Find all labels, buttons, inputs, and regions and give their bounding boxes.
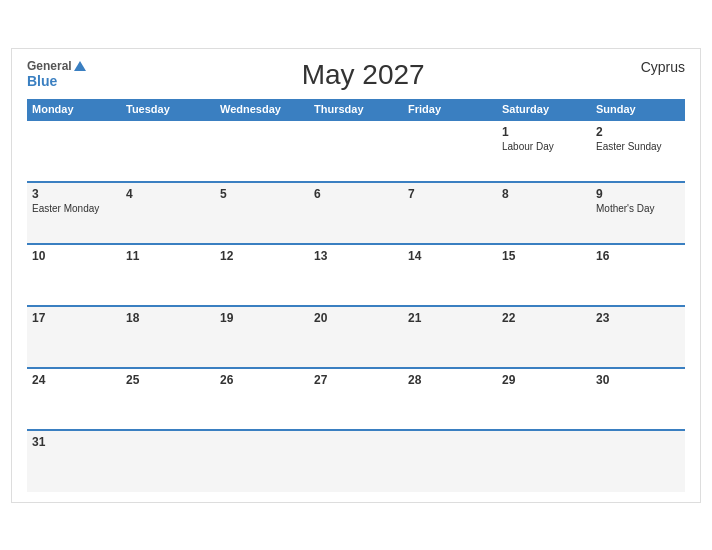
day-cell: 15	[497, 244, 591, 306]
day-cell: 1Labour Day	[497, 120, 591, 182]
day-cell	[215, 430, 309, 492]
day-number: 24	[32, 373, 116, 387]
day-cell: 16	[591, 244, 685, 306]
col-wednesday: Wednesday	[215, 99, 309, 120]
day-cell: 7	[403, 182, 497, 244]
day-cell: 24	[27, 368, 121, 430]
day-cell: 4	[121, 182, 215, 244]
day-number: 14	[408, 249, 492, 263]
week-row-6: 31	[27, 430, 685, 492]
day-cell: 25	[121, 368, 215, 430]
day-cell	[215, 120, 309, 182]
week-row-2: 3Easter Monday456789Mother's Day	[27, 182, 685, 244]
day-cell	[121, 120, 215, 182]
calendar-table: Monday Tuesday Wednesday Thursday Friday…	[27, 99, 685, 492]
week-row-5: 24252627282930	[27, 368, 685, 430]
col-friday: Friday	[403, 99, 497, 120]
day-number: 3	[32, 187, 116, 201]
day-number: 29	[502, 373, 586, 387]
day-number: 22	[502, 311, 586, 325]
day-number: 31	[32, 435, 116, 449]
day-cell: 18	[121, 306, 215, 368]
day-number: 2	[596, 125, 680, 139]
day-cell: 29	[497, 368, 591, 430]
logo-general-text: General	[27, 59, 72, 73]
day-cell	[309, 120, 403, 182]
day-number: 21	[408, 311, 492, 325]
day-cell: 11	[121, 244, 215, 306]
day-cell: 9Mother's Day	[591, 182, 685, 244]
week-row-4: 17181920212223	[27, 306, 685, 368]
day-number: 23	[596, 311, 680, 325]
day-number: 27	[314, 373, 398, 387]
day-number: 25	[126, 373, 210, 387]
day-cell	[309, 430, 403, 492]
day-cell	[497, 430, 591, 492]
day-event: Mother's Day	[596, 203, 680, 214]
day-number: 18	[126, 311, 210, 325]
day-cell: 31	[27, 430, 121, 492]
logo-triangle-icon	[74, 61, 86, 71]
day-cell: 12	[215, 244, 309, 306]
week-row-3: 10111213141516	[27, 244, 685, 306]
month-title: May 2027	[86, 59, 641, 91]
day-number: 9	[596, 187, 680, 201]
day-cell: 28	[403, 368, 497, 430]
day-cell: 26	[215, 368, 309, 430]
day-cell	[403, 430, 497, 492]
day-cell: 2Easter Sunday	[591, 120, 685, 182]
day-cell: 6	[309, 182, 403, 244]
day-event: Easter Sunday	[596, 141, 680, 152]
day-cell: 22	[497, 306, 591, 368]
day-number: 1	[502, 125, 586, 139]
day-cell: 19	[215, 306, 309, 368]
col-tuesday: Tuesday	[121, 99, 215, 120]
day-cell: 20	[309, 306, 403, 368]
day-number: 26	[220, 373, 304, 387]
logo-blue-text: Blue	[27, 73, 86, 90]
day-cell	[403, 120, 497, 182]
day-number: 8	[502, 187, 586, 201]
day-cell: 30	[591, 368, 685, 430]
day-number: 5	[220, 187, 304, 201]
country-label: Cyprus	[641, 59, 685, 75]
day-number: 7	[408, 187, 492, 201]
day-number: 12	[220, 249, 304, 263]
day-cell: 21	[403, 306, 497, 368]
day-cell: 27	[309, 368, 403, 430]
day-number: 16	[596, 249, 680, 263]
day-number: 13	[314, 249, 398, 263]
day-cell	[121, 430, 215, 492]
day-number: 4	[126, 187, 210, 201]
col-monday: Monday	[27, 99, 121, 120]
calendar-header: General Blue May 2027 Cyprus	[27, 59, 685, 91]
logo: General Blue	[27, 59, 86, 90]
day-cell: 17	[27, 306, 121, 368]
day-number: 10	[32, 249, 116, 263]
day-number: 28	[408, 373, 492, 387]
day-cell: 8	[497, 182, 591, 244]
day-number: 6	[314, 187, 398, 201]
day-cell: 14	[403, 244, 497, 306]
day-number: 19	[220, 311, 304, 325]
col-saturday: Saturday	[497, 99, 591, 120]
day-cell: 10	[27, 244, 121, 306]
day-number: 11	[126, 249, 210, 263]
day-cell: 5	[215, 182, 309, 244]
day-event: Easter Monday	[32, 203, 116, 214]
day-cell: 3Easter Monday	[27, 182, 121, 244]
calendar-body: 1Labour Day2Easter Sunday3Easter Monday4…	[27, 120, 685, 492]
day-number: 15	[502, 249, 586, 263]
day-number: 17	[32, 311, 116, 325]
col-sunday: Sunday	[591, 99, 685, 120]
day-number: 30	[596, 373, 680, 387]
day-number: 20	[314, 311, 398, 325]
calendar-header-row: Monday Tuesday Wednesday Thursday Friday…	[27, 99, 685, 120]
col-thursday: Thursday	[309, 99, 403, 120]
week-row-1: 1Labour Day2Easter Sunday	[27, 120, 685, 182]
day-event: Labour Day	[502, 141, 586, 152]
day-cell	[27, 120, 121, 182]
day-cell	[591, 430, 685, 492]
calendar: General Blue May 2027 Cyprus Monday Tues…	[11, 48, 701, 503]
day-cell: 13	[309, 244, 403, 306]
